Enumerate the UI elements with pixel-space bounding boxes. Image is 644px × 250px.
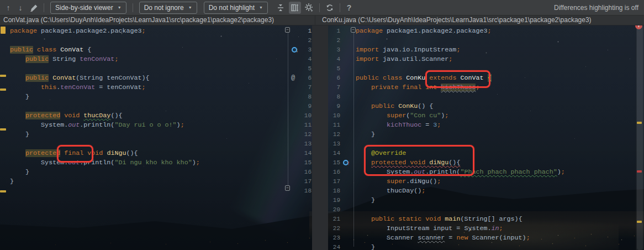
viewer-mode-label: Side-by-side viewer — [55, 4, 113, 12]
toolbar-separator — [44, 3, 44, 12]
refresh-icon[interactable] — [324, 2, 336, 14]
line-number: 5 — [328, 64, 340, 74]
line-number: 18 — [297, 186, 312, 196]
annotation-box-extends-convat — [425, 70, 490, 88]
line-number: 24 — [328, 243, 340, 250]
code-line: public class ConVat { — [10, 45, 286, 55]
code-line: package package1.package2.package3; — [10, 27, 286, 36]
code-line: } — [10, 168, 286, 177]
line-number: 8 — [297, 92, 312, 102]
code-line: protected final void diNgu(){ — [10, 149, 286, 158]
overrides-method-icon[interactable]: ↑ — [342, 158, 351, 167]
code-line: public String tenConVat; — [10, 55, 286, 64]
stripe-warning-mark[interactable] — [0, 75, 6, 77]
left-fold-line — [288, 32, 288, 186]
code-line: System.out.println("Di ngu kho kho kho")… — [10, 158, 286, 168]
line-number: 12 — [328, 130, 340, 139]
right-line-numbers: 123456789101112131415161718192021222324 — [328, 27, 340, 250]
right-scrollbar-thumb[interactable] — [637, 25, 643, 250]
line-number: 8 — [328, 92, 340, 102]
viewer-mode-dropdown[interactable]: Side-by-side viewer ▼ — [50, 2, 126, 14]
code-line — [356, 205, 635, 215]
whitespace-ignore-label: Do not ignore — [144, 4, 184, 12]
right-fold-line — [353, 32, 354, 247]
code-line: kichThuoc = 3; — [356, 121, 635, 130]
code-line: InputStream input = System.in; — [356, 224, 635, 233]
code-line: import java.util.Scanner; — [356, 55, 635, 64]
highlight-mode-label: Do not highlight — [209, 4, 255, 12]
code-line — [10, 64, 286, 74]
line-number: 12 — [297, 130, 312, 139]
stripe-warning-mark[interactable] — [637, 122, 642, 124]
previous-difference-icon[interactable]: ↑ — [2, 0, 14, 15]
toolbar-separator — [340, 3, 340, 12]
code-line: private final int kichThuoc; — [356, 83, 635, 92]
edit-pencil-icon[interactable] — [28, 2, 40, 14]
line-number: 9 — [328, 102, 340, 111]
line-number: 22 — [328, 224, 340, 233]
differences-status-label: Differences highlighting is off — [554, 0, 638, 15]
stripe-warning-mark[interactable] — [637, 221, 642, 223]
line-number: 23 — [328, 233, 340, 243]
code-line: public ConVat(String tenConVat){ — [10, 74, 286, 83]
line-number: 3 — [328, 45, 340, 55]
next-difference-icon[interactable]: ↓ — [14, 0, 27, 15]
highlight-mode-dropdown[interactable]: Do not highlight ▼ — [204, 2, 268, 14]
code-line — [356, 92, 635, 102]
line-number: 14 — [297, 149, 312, 158]
line-number: 4 — [328, 55, 340, 64]
code-line: protected void thucDay(){ — [10, 111, 286, 121]
collapse-unchanged-icon[interactable] — [275, 2, 287, 14]
fold-marker[interactable]: − — [351, 27, 356, 33]
line-number: 5 — [297, 64, 312, 74]
right-editor-code[interactable]: package package1.package2.package3;impor… — [356, 27, 635, 250]
toolbar-separator — [319, 3, 320, 12]
code-line: super.diNgu(); — [356, 177, 635, 186]
code-line: thucDay(); — [356, 186, 635, 196]
line-number: 17 — [328, 177, 340, 186]
line-number: 15 — [328, 158, 340, 168]
code-line — [10, 139, 286, 149]
stripe-warning-mark[interactable] — [637, 170, 642, 173]
code-line: super("Con cu"); — [356, 111, 635, 121]
sync-scrolling-icon[interactable] — [289, 2, 301, 14]
code-line — [10, 36, 286, 45]
stripe-warning-mark[interactable] — [0, 88, 6, 91]
stripe-warning-mark[interactable] — [0, 190, 6, 192]
line-number: 2 — [328, 36, 340, 45]
line-number: 6 — [328, 74, 340, 83]
left-editor-code[interactable]: package package1.package2.package3;publi… — [10, 27, 286, 196]
file-headers-bar: ConVat.java (C:\Users\DuyAnh\IdeaProject… — [0, 15, 644, 25]
diff-editor-area: package package1.package2.package3;publi… — [0, 25, 644, 250]
whitespace-ignore-dropdown[interactable]: Do not ignore ▼ — [139, 2, 197, 14]
line-number: 9 — [297, 102, 312, 111]
help-icon[interactable]: ? — [343, 0, 355, 15]
file-status-indicator — [1, 27, 6, 34]
line-number: 2 — [297, 36, 312, 45]
code-line — [356, 64, 635, 74]
line-number: 14 — [328, 149, 340, 158]
annotation-box-final-keyword — [57, 145, 93, 163]
line-number: 4 — [297, 55, 312, 64]
line-number: 21 — [328, 215, 340, 224]
settings-gear-icon[interactable] — [303, 2, 315, 14]
fold-marker[interactable]: − — [285, 27, 290, 33]
stripe-warning-mark[interactable] — [0, 128, 6, 131]
line-number: 11 — [328, 121, 340, 130]
code-line: } — [356, 196, 635, 205]
code-line: public class ConKu extends ConVat { — [356, 74, 635, 83]
line-number: 13 — [297, 139, 312, 149]
chevron-down-icon: ▼ — [188, 6, 192, 9]
line-number: 18 — [328, 186, 340, 196]
code-line: } — [10, 177, 286, 186]
line-number: 16 — [297, 168, 312, 177]
code-line — [10, 102, 286, 111]
code-line: } — [356, 243, 635, 250]
code-line: System.out.println("Day rui o o o!"); — [10, 121, 286, 130]
line-number: 16 — [328, 168, 340, 177]
fold-marker[interactable]: − — [285, 185, 290, 191]
pane-divider[interactable] — [312, 25, 328, 250]
code-line: import java.io.InputStream; — [356, 45, 635, 55]
line-number: 10 — [328, 111, 340, 121]
right-file-path: ConKu.java (C:\Users\DuyAnh\IdeaProjects… — [322, 15, 640, 25]
